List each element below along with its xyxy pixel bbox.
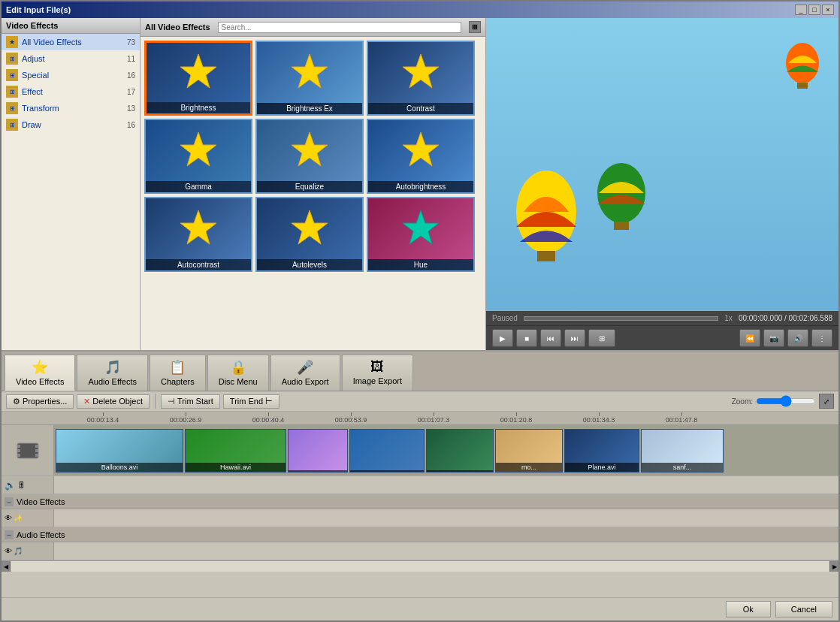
- video-effects-tab-icon: ⭐: [32, 359, 48, 376]
- effects-item-all[interactable]: ★ All Video Effects 73: [2, 34, 140, 50]
- properties-button[interactable]: ⚙ Properties...: [6, 394, 74, 409]
- svg-marker-0: [180, 54, 216, 88]
- effect-tile-equalize[interactable]: Equalize: [255, 119, 364, 194]
- effects-item-adjust[interactable]: ⊞ Adjust 11: [2, 50, 140, 67]
- effect-preview-autocontrast: [146, 198, 251, 259]
- chapters-tab-icon: 📋: [169, 359, 186, 376]
- ok-button[interactable]: Ok: [726, 601, 771, 617]
- trim-start-button[interactable]: ⊣ Trim Start: [161, 394, 220, 409]
- effects-item-transform[interactable]: ⊞ Transform 13: [2, 100, 140, 116]
- search-input[interactable]: [222, 23, 458, 32]
- scroll-left-button[interactable]: ◀: [2, 561, 11, 572]
- effect-tile-brightness-ex[interactable]: Brightness Ex: [255, 41, 364, 116]
- audio-eq-icon: 🎚: [17, 480, 26, 491]
- stop-button[interactable]: ■: [516, 329, 537, 347]
- audio-effects-collapse-button[interactable]: –: [5, 530, 14, 539]
- effect-preview-hue: [368, 198, 473, 259]
- window-title: Edit Input File(s): [6, 5, 71, 14]
- grid-view-button[interactable]: ⊞: [469, 21, 481, 33]
- footer-row: Ok Cancel: [2, 597, 838, 620]
- scroll-right-button[interactable]: ▶: [829, 561, 838, 572]
- effects-grid-title: All Video Effects: [145, 23, 210, 32]
- effects-item-special[interactable]: ⊞ Special 16: [2, 67, 140, 83]
- tab-audio-effects[interactable]: 🎵 Audio Effects: [77, 355, 148, 391]
- effect-preview-autolevels: [257, 198, 362, 259]
- clip-5[interactable]: [426, 429, 494, 473]
- clip-4[interactable]: [349, 429, 425, 473]
- minimize-button[interactable]: _: [795, 5, 807, 15]
- svg-marker-2: [403, 54, 439, 88]
- svg-marker-7: [292, 210, 328, 244]
- next-frame-button[interactable]: ⏭: [564, 329, 585, 347]
- video-effects-track-icons: 👁 ✨: [2, 509, 54, 527]
- tab-audio-export[interactable]: 🎤 Audio Export: [270, 355, 340, 391]
- delete-icon: ✕: [83, 397, 90, 406]
- tab-video-effects[interactable]: ⭐ Video Effects: [5, 355, 75, 391]
- volume-button[interactable]: 🔊: [787, 329, 808, 347]
- effect-tile-autolevels[interactable]: Autolevels: [255, 197, 364, 272]
- delete-button[interactable]: ✕ Delete Object: [77, 394, 150, 409]
- title-bar: Edit Input File(s) _ □ ×: [2, 2, 838, 18]
- clip-plane[interactable]: Plane.avi: [564, 429, 639, 473]
- chapters-tab-label: Chapters: [161, 377, 195, 386]
- settings-button[interactable]: ⋮: [811, 329, 832, 347]
- svg-marker-5: [403, 132, 439, 166]
- video-effects-collapse-button[interactable]: –: [5, 497, 14, 506]
- audio-effects-tab-label: Audio Effects: [88, 377, 137, 386]
- cancel-button[interactable]: Cancel: [775, 601, 832, 617]
- close-button[interactable]: ×: [822, 5, 834, 15]
- prev-frame-button[interactable]: ⏮: [540, 329, 561, 347]
- clip-hawaii[interactable]: Hawaii.avi: [185, 429, 286, 473]
- clip-balloons[interactable]: Balloons.avi: [56, 429, 183, 473]
- effects-count-all: 73: [127, 38, 135, 47]
- effect-tile-brightness[interactable]: Brightness: [144, 41, 252, 116]
- effect-tile-gamma[interactable]: Gamma: [144, 119, 252, 194]
- scroll-track[interactable]: [11, 561, 829, 572]
- clip-label-5: [427, 470, 493, 472]
- trim-end-icon: ⊢: [265, 397, 273, 406]
- eye-icon: 👁: [5, 514, 12, 522]
- effect-tile-hue[interactable]: Hue: [367, 197, 475, 272]
- screenshot-button[interactable]: 📷: [763, 329, 784, 347]
- balloon-3: [782, 41, 823, 106]
- effect-tile-autobrightness[interactable]: Autobrightness: [367, 119, 475, 194]
- tab-chapters[interactable]: 📋 Chapters: [150, 355, 206, 391]
- audio-tool-label: 🔊 🎚: [2, 476, 54, 494]
- expand-button[interactable]: ⤢: [819, 394, 834, 409]
- disc-menu-tab-label: Disc Menu: [219, 377, 258, 386]
- trim-end-button[interactable]: Trim End ⊢: [223, 394, 279, 409]
- effects-label-special: Special: [22, 71, 127, 80]
- maximize-button[interactable]: □: [808, 5, 820, 15]
- timeline-toolbar: ⚙ Properties... ✕ Delete Object ⊣ Trim S…: [2, 391, 838, 412]
- play-button[interactable]: ▶: [492, 329, 513, 347]
- effects-item-icon-all: ★: [6, 36, 18, 48]
- effect-tile-autocontrast[interactable]: Autocontrast: [144, 197, 252, 272]
- clip-3[interactable]: [288, 429, 348, 473]
- effects-count-draw: 16: [127, 121, 135, 129]
- svg-marker-8: [403, 210, 439, 244]
- effects-count-transform: 13: [127, 104, 135, 113]
- clip-mo[interactable]: mo...: [495, 429, 563, 473]
- svg-rect-15: [17, 443, 38, 458]
- preview-video: [486, 18, 838, 311]
- svg-marker-1: [292, 54, 328, 88]
- tab-image-export[interactable]: 🖼 Image Export: [342, 355, 413, 391]
- svg-marker-4: [292, 132, 328, 166]
- tab-disc-menu[interactable]: 🔒 Disc Menu: [207, 355, 269, 391]
- effect-label-brightness: Brightness: [147, 102, 250, 113]
- progress-bar[interactable]: [524, 316, 718, 321]
- timeline-area: 00:00:13.4 00:00:26.9 00:00:40.4 00:00:5…: [2, 412, 838, 597]
- rewind-button[interactable]: ⏪: [739, 329, 760, 347]
- horizontal-scrollbar[interactable]: ◀ ▶: [2, 560, 838, 572]
- effects-item-effect[interactable]: ⊞ Effect 17: [2, 83, 140, 100]
- effects-item-icon-special: ⊞: [6, 69, 18, 81]
- zoom-slider[interactable]: [756, 395, 816, 407]
- effect-label-brightness-ex: Brightness Ex: [257, 103, 362, 114]
- main-content: Video Effects ★ All Video Effects 73 ⊞ A…: [2, 18, 838, 350]
- clip-sanf[interactable]: sanf...: [641, 429, 724, 473]
- fullscreen-button[interactable]: ⊞: [588, 329, 615, 347]
- svg-rect-19: [35, 445, 38, 448]
- effects-item-draw[interactable]: ⊞ Draw 16: [2, 116, 140, 133]
- effect-tile-contrast[interactable]: Contrast: [367, 41, 475, 116]
- search-bar[interactable]: [218, 22, 461, 33]
